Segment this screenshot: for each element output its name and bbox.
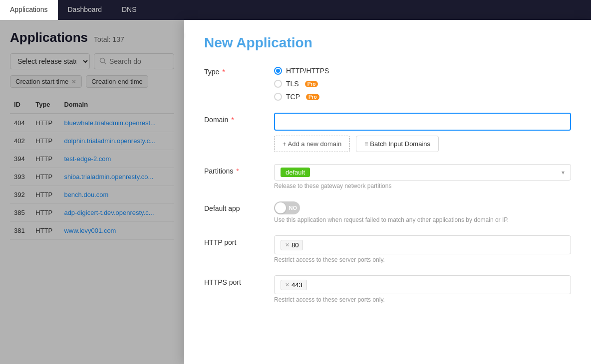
partitions-content: default ▾ Release to these gateway netwo… [274,164,571,189]
radio-http-https[interactable]: HTTP/HTTPS [274,67,571,75]
radio-circle-tls [274,80,282,88]
nav-label-dashboard: Dashboard [68,5,102,13]
chevron-down-icon: ▾ [562,169,565,176]
default-app-hint: Use this application when request failed… [274,216,571,223]
type-radio-group: HTTP/HTTPS TLS Pro TCP Pro [274,65,571,101]
radio-label-http: HTTP/HTTPS [286,67,329,75]
nav-label-applications: Applications [10,5,48,13]
batch-input-button[interactable]: ≡ Batch Input Domains [356,136,439,152]
https-port-content: ✕ 443 Restrict access to these server po… [274,275,571,303]
https-port-tag: ✕ 443 [281,280,307,290]
domain-row: Domain * + Add a new domain ≡ Batch Inpu… [204,113,571,152]
partitions-required: * [236,167,239,175]
https-port-input-wrap[interactable]: ✕ 443 [274,275,571,294]
new-application-modal: × New Application Type * HTTP/HTTPS TLS [184,20,591,364]
add-domain-button[interactable]: + Add a new domain [274,136,350,152]
type-required: * [222,68,225,76]
http-port-tag: ✕ 80 [281,240,303,250]
partitions-hint: Release to these gateway network partiti… [274,182,571,189]
domain-required: * [231,116,234,124]
https-port-row: HTTPS port ✕ 443 Restrict access to thes… [204,275,571,303]
domain-actions: + Add a new domain ≡ Batch Input Domains [274,136,571,152]
http-port-content: ✕ 80 Restrict access to these server por… [274,235,571,263]
https-port-label: HTTPS port [204,275,274,286]
modal-title: New Application [204,35,571,51]
http-port-input-wrap[interactable]: ✕ 80 [274,235,571,254]
toggle-wrap: NO [274,201,571,214]
toggle-no-label: NO [289,205,297,211]
https-port-hint: Restrict access to these server ports on… [274,296,571,303]
type-row: Type * HTTP/HTTPS TLS Pro [204,65,571,101]
radio-label-tcp: TCP [286,93,300,101]
domain-label: Domain * [204,113,274,124]
http-port-row: HTTP port ✕ 80 Restrict access to these … [204,235,571,263]
https-port-value: 443 [292,281,302,289]
radio-circle-http [274,67,282,75]
type-content: HTTP/HTTPS TLS Pro TCP Pro [274,65,571,101]
main-area: Applications Total: 137 Select release s… [0,20,591,364]
partition-badge: default [281,168,310,177]
domain-input[interactable] [274,113,571,131]
default-app-label: Default app [204,201,274,212]
radio-circle-tcp [274,93,282,101]
radio-label-tls: TLS [286,80,299,88]
http-port-label: HTTP port [204,235,274,246]
domain-content: + Add a new domain ≡ Batch Input Domains [274,113,571,152]
nav-item-dns[interactable]: DNS [112,0,147,20]
http-port-hint: Restrict access to these server ports on… [274,256,571,263]
default-app-toggle[interactable]: NO [274,201,300,214]
default-app-content: NO Use this application when request fai… [274,201,571,223]
http-port-remove[interactable]: ✕ [285,242,290,248]
top-nav: Applications Dashboard DNS [0,0,591,20]
http-port-value: 80 [292,241,298,249]
tls-pro-badge: Pro [305,81,318,87]
partitions-select[interactable]: default ▾ [274,164,571,181]
type-label: Type * [204,65,274,76]
https-port-remove[interactable]: ✕ [285,282,290,288]
partitions-label: Partitions * [204,164,274,175]
nav-item-applications[interactable]: Applications [0,0,58,20]
nav-item-dashboard[interactable]: Dashboard [58,0,112,20]
tcp-pro-badge: Pro [306,94,319,100]
radio-tls[interactable]: TLS Pro [274,80,571,88]
radio-tcp[interactable]: TCP Pro [274,93,571,101]
partitions-row: Partitions * default ▾ Release to these … [204,164,571,189]
toggle-thumb [275,202,286,213]
nav-label-dns: DNS [122,5,137,13]
default-app-row: Default app NO Use this application when… [204,201,571,223]
